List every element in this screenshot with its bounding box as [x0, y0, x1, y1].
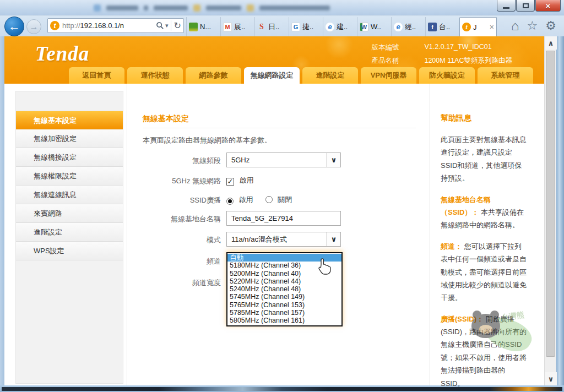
- address-bar[interactable]: t http://192.168.0.1/n ▾ ↻: [47, 18, 184, 33]
- nav-tab-firewall[interactable]: 防火牆設定: [419, 67, 475, 84]
- settings-gear-icon[interactable]: ⚙: [545, 18, 556, 34]
- ssid-label: 無線基地台名稱: [127, 214, 221, 224]
- window-border-left: [0, 36, 4, 385]
- version-info: 版本編號 V1.2.0.17_TW_IDC01 產品名稱 1200M 11AC雙…: [371, 43, 512, 66]
- scroll-down-button[interactable]: ∨: [545, 372, 557, 385]
- browser-tab-active[interactable]: tJ×: [459, 17, 497, 36]
- browser-tab-8[interactable]: f台..: [425, 17, 459, 36]
- maximize-button[interactable]: [516, 0, 535, 12]
- hand-cursor-icon: [316, 257, 332, 276]
- enable-checkbox-row: ✓ 啟用: [226, 175, 263, 186]
- ie-icon: e: [326, 23, 334, 31]
- maximize-icon: [523, 3, 529, 8]
- nav-tab-network[interactable]: 網路參數: [186, 67, 241, 84]
- enable-checkbox[interactable]: ✓: [226, 178, 234, 186]
- nav-tab-status[interactable]: 運作狀態: [127, 67, 183, 84]
- browser-tab-5[interactable]: e建..: [323, 17, 357, 36]
- enable-label: 5GHz 無線網路: [127, 176, 221, 186]
- help-section-ssid: 無線基地台名稱（SSID）： 本共享設備在無線網路中的網路名稱。: [441, 193, 528, 232]
- site-favicon: t: [50, 21, 59, 30]
- broadcast-off-label[interactable]: 關閉: [278, 195, 292, 204]
- back-button[interactable]: ←: [4, 17, 24, 36]
- favorites-star-icon[interactable]: ☆: [527, 18, 538, 34]
- close-icon: ×: [546, 2, 551, 10]
- browser-toolbar: ← → t http://192.168.0.1/n ▾ ↻ N... M展..…: [0, 15, 564, 36]
- scroll-up-button[interactable]: ∧: [545, 36, 557, 50]
- url-text[interactable]: http://192.168.0.1/n: [62, 21, 156, 30]
- mode-select[interactable]: 11a/n/ac混合模式∨: [226, 232, 341, 247]
- nav-tab-wireless[interactable]: 無線網路設定: [244, 67, 300, 84]
- main-nav-tabs: 返回首頁 運作狀態 網路參數 無線網路設定 進階設定 VPN伺服器 防火牆設定 …: [69, 67, 533, 84]
- tab-favicon: [189, 23, 198, 31]
- browser-tab-1[interactable]: N...: [186, 17, 220, 36]
- browser-tab-7[interactable]: e經..: [391, 17, 425, 36]
- select-chevron-icon[interactable]: ∨: [327, 153, 340, 167]
- sidebar-item-security[interactable]: 無線加密設定: [16, 129, 123, 148]
- page-scrollbar[interactable]: ∧ ∨: [544, 36, 556, 385]
- window-border-right: [556, 36, 564, 385]
- channel-option-44[interactable]: 5220MHz (Channel 44): [227, 277, 341, 285]
- refresh-icon[interactable]: ↻: [171, 20, 181, 31]
- ie-icon: e: [394, 23, 403, 31]
- tab-strip: N... M展.. S日.. G捷.. e建.. WW.. e經.. f台.. …: [186, 17, 497, 36]
- scrollbar-thumb[interactable]: [546, 51, 555, 357]
- help-title: 幫助訊息: [441, 113, 528, 123]
- ssid-broadcast-radios: 啟用 關閉: [226, 194, 302, 205]
- search-icon[interactable]: [156, 21, 164, 30]
- nav-tab-advanced[interactable]: 進階設定: [302, 67, 358, 84]
- product-value: 1200M 11AC雙頻系列路由器: [424, 56, 512, 66]
- browser-tab-3[interactable]: S日..: [254, 17, 289, 36]
- ssid-input[interactable]: [226, 211, 341, 226]
- home-icon[interactable]: ⌂: [511, 18, 519, 34]
- browser-tab-6[interactable]: WW..: [357, 17, 391, 36]
- version-value: V1.2.0.17_TW_IDC01: [424, 43, 512, 52]
- nav-tab-home[interactable]: 返回首頁: [69, 67, 124, 84]
- wireless-sidebar: 無線基本設定 無線加密設定 無線橋接設定 無線權限設定 無線連線訊息 來賓網路 …: [15, 91, 123, 384]
- browser-window: × ← → t http://192.168.0.1/n ▾ ↻ N... M展…: [0, 0, 564, 392]
- select-chevron-icon[interactable]: ∨: [327, 232, 340, 246]
- nav-tab-vpn[interactable]: VPN伺服器: [361, 67, 416, 84]
- tab-close-icon[interactable]: ×: [490, 23, 494, 31]
- sidebar-item-basic[interactable]: 無線基本設定: [16, 111, 123, 129]
- nav-tab-system[interactable]: 系統管理: [478, 67, 533, 84]
- forward-arrow-icon: →: [30, 22, 39, 32]
- channel-option-153[interactable]: 5765MHz (Channel 153): [227, 301, 341, 309]
- title-divider: [143, 128, 416, 128]
- channel-option-161[interactable]: 5805MHz (Channel 161): [227, 317, 341, 324]
- gmail-icon: M: [223, 23, 232, 31]
- page-title: 無線基本設定: [143, 114, 189, 124]
- mode-label: 模式: [127, 235, 221, 245]
- sidebar-item-guest[interactable]: 來賓網路: [16, 204, 123, 223]
- browser-tab-2[interactable]: M展..: [220, 17, 254, 36]
- enable-option-label[interactable]: 啟用: [239, 176, 253, 184]
- tenda-favicon: t: [462, 23, 471, 31]
- titlebar-blurred-text: [94, 3, 330, 13]
- broadcast-on-radio[interactable]: [226, 198, 234, 205]
- help-intro: 此頁面主要對無線基本訊息進行設定，建議只設定SSID和頻道，其他選項保持預設。: [441, 133, 528, 185]
- band-select[interactable]: 5GHz∨: [226, 153, 341, 167]
- word-icon: W: [360, 23, 368, 31]
- channel-option-149[interactable]: 5745MHz (Channel 149): [227, 293, 341, 301]
- tab-favicon: G: [291, 23, 300, 31]
- sidebar-item-advanced[interactable]: 進階設定: [16, 223, 123, 242]
- minimize-button[interactable]: [497, 0, 516, 12]
- minimize-icon: [503, 7, 509, 9]
- page-description: 本頁面設定路由器無線網路的基本參數。: [143, 135, 272, 145]
- broadcast-on-label[interactable]: 啟用: [238, 195, 253, 204]
- channel-option-48[interactable]: 5240MHz (Channel 48): [227, 285, 341, 293]
- sidebar-item-wps[interactable]: WPS設定: [16, 242, 123, 260]
- sidebar-item-access[interactable]: 無線權限設定: [16, 167, 123, 186]
- facebook-icon: f: [428, 23, 437, 31]
- back-arrow-icon: ←: [8, 19, 20, 34]
- broadcast-off-radio[interactable]: [265, 196, 273, 203]
- help-section-channel: 頻道： 您可以選擇下拉列表中任何一個頻道或者是自動模式，盡可能選擇目前區域使用比…: [441, 240, 528, 304]
- channel-option-157[interactable]: 5785MHz (Channel 157): [227, 309, 341, 317]
- sidebar-item-bridge[interactable]: 無線橋接設定: [16, 148, 123, 167]
- channel-label: 頻道: [127, 257, 221, 266]
- browser-tab-4[interactable]: G捷..: [289, 17, 323, 36]
- url-dropdown-caret-icon[interactable]: ▾: [165, 22, 169, 29]
- product-label: 產品名稱: [371, 56, 399, 66]
- forward-button[interactable]: →: [26, 19, 41, 34]
- sidebar-item-connection[interactable]: 無線連線訊息: [16, 186, 123, 204]
- close-button[interactable]: ×: [535, 0, 561, 12]
